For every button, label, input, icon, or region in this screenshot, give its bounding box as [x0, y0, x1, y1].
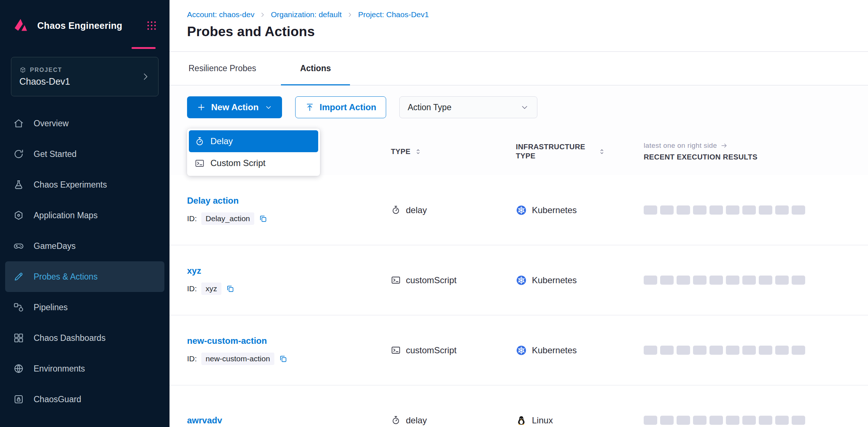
- column-header-type[interactable]: TYPE: [391, 147, 516, 156]
- sidebar-item-chaos-experiments[interactable]: Chaos Experiments: [0, 169, 170, 200]
- sidebar-item-chaosguard[interactable]: ChaosGuard: [0, 384, 170, 415]
- new-action-menu: DelayCustom Script: [187, 128, 320, 176]
- page-title: Probes and Actions: [187, 24, 850, 39]
- sidebar-item-label: Get Started: [34, 149, 77, 159]
- execution-result-placeholder: [677, 346, 690, 355]
- sidebar-item-label: Chaos Experiments: [34, 180, 107, 190]
- stopwatch-icon: [391, 205, 401, 215]
- sidebar-item-pipelines[interactable]: Pipelines: [0, 292, 170, 323]
- sidebar-item-probes-actions[interactable]: Probes & Actions: [5, 261, 164, 292]
- brand-title: Chaos Engineering: [37, 20, 138, 31]
- execution-result-placeholder: [709, 346, 723, 355]
- action-type-cell: delay: [391, 205, 516, 215]
- sidebar-header: Chaos Engineering: [0, 0, 170, 51]
- recent-executions-cell: [644, 276, 853, 285]
- new-action-button[interactable]: New Action: [187, 96, 282, 118]
- sidebar-item-overview[interactable]: Overview: [0, 108, 170, 139]
- sidebar-item-gamedays[interactable]: GameDays: [0, 231, 170, 261]
- infrastructure-cell: Kubernetes: [516, 275, 644, 286]
- recent-executions-cell: [644, 205, 853, 215]
- menu-item-custom-script[interactable]: Custom Script: [189, 152, 318, 174]
- execution-result-placeholder: [660, 276, 674, 285]
- chaos-logo-icon[interactable]: [12, 17, 29, 34]
- action-type-label: customScript: [406, 345, 457, 355]
- project-name: Chaos-Dev1: [19, 76, 70, 87]
- execution-result-placeholder: [726, 416, 739, 425]
- tab-actions[interactable]: Actions: [281, 52, 350, 85]
- terminal-icon: [195, 158, 205, 168]
- sidebar: Chaos Engineering PROJECT Chaos-Dev1 Ove…: [0, 0, 170, 427]
- execution-result-placeholder: [775, 416, 789, 425]
- menu-item-label: Custom Script: [210, 158, 266, 168]
- breadcrumb-link[interactable]: Project: Chaos-Dev1: [358, 10, 429, 19]
- execution-result-placeholder: [792, 276, 805, 285]
- execution-result-placeholder: [792, 416, 805, 425]
- breadcrumb: Account: chaos-devOrganization: defaultP…: [187, 10, 850, 19]
- results-note-label: latest one on right side: [644, 142, 717, 150]
- action-name-link[interactable]: xyz: [187, 266, 201, 276]
- terminal-icon: [391, 275, 401, 285]
- kubernetes-icon: [516, 345, 527, 356]
- tab-resilience-probes[interactable]: Resilience Probes: [170, 52, 275, 85]
- menu-item-delay[interactable]: Delay: [189, 130, 318, 152]
- toolbar: New Action Import Action Action Type: [170, 85, 868, 128]
- sidebar-item-chaos-dashboards[interactable]: Chaos Dashboards: [0, 323, 170, 353]
- execution-result-placeholder: [759, 416, 772, 425]
- execution-result-placeholder: [726, 346, 739, 355]
- action-name-cell: new-custom-actionID:new-custom-action: [187, 336, 391, 365]
- action-type-cell: delay: [391, 415, 516, 426]
- sidebar-item-label: Probes & Actions: [34, 272, 98, 282]
- copy-icon[interactable]: [226, 284, 235, 293]
- environment-icon: [13, 363, 24, 374]
- action-name-link[interactable]: Delay action: [187, 196, 239, 206]
- stopwatch-icon: [195, 136, 205, 146]
- infrastructure-label: Kubernetes: [532, 275, 577, 285]
- execution-result-placeholder: [644, 205, 657, 215]
- plus-icon: [197, 103, 206, 112]
- recent-executions-cell: [644, 416, 853, 425]
- column-header-infrastructure[interactable]: INFRASTRUCTURE TYPE: [516, 142, 644, 161]
- dashboard-icon: [13, 332, 24, 343]
- copy-icon[interactable]: [279, 354, 288, 363]
- execution-result-placeholder: [742, 346, 756, 355]
- breadcrumb-link[interactable]: Account: chaos-dev: [187, 10, 254, 19]
- execution-result-placeholder: [644, 276, 657, 285]
- execution-result-placeholder: [644, 346, 657, 355]
- execution-result-placeholder: [759, 276, 772, 285]
- action-type-label: delay: [406, 415, 427, 426]
- action-type-cell: customScript: [391, 345, 516, 355]
- sidebar-item-label: ChaosGuard: [34, 395, 81, 404]
- sidebar-item-application-maps[interactable]: Application Maps: [0, 200, 170, 231]
- execution-result-placeholder: [677, 416, 690, 425]
- sidebar-item-environments[interactable]: Environments: [0, 353, 170, 384]
- execution-result-placeholder: [644, 416, 657, 425]
- hexagon-icon: [13, 210, 24, 221]
- execution-result-placeholder: [693, 205, 707, 215]
- action-name-link[interactable]: awrvadv: [187, 415, 222, 426]
- column-header-results: latest one on right side RECENT EXECUTIO…: [644, 142, 853, 161]
- chevron-separator-icon: [347, 12, 353, 18]
- infrastructure-cell: Kubernetes: [516, 345, 644, 356]
- project-selector[interactable]: PROJECT Chaos-Dev1: [11, 57, 159, 96]
- execution-result-placeholder: [693, 276, 707, 285]
- action-name-cell: awrvadv: [187, 415, 391, 426]
- module-grid-icon[interactable]: [146, 20, 157, 31]
- infrastructure-header-label: INFRASTRUCTURE TYPE: [516, 142, 594, 161]
- execution-result-placeholder: [759, 346, 772, 355]
- sidebar-item-get-started[interactable]: Get Started: [0, 139, 170, 169]
- execution-result-placeholder: [660, 205, 674, 215]
- action-name-cell: xyzID:xyz: [187, 266, 391, 295]
- pipeline-icon: [13, 302, 24, 313]
- flask-icon: [13, 179, 24, 190]
- action-type-filter[interactable]: Action Type: [399, 96, 537, 118]
- breadcrumb-link[interactable]: Organization: default: [271, 10, 342, 19]
- type-header-label: TYPE: [391, 147, 411, 156]
- import-action-button[interactable]: Import Action: [295, 96, 386, 118]
- action-name-link[interactable]: new-custom-action: [187, 336, 267, 346]
- execution-result-placeholder: [693, 346, 707, 355]
- copy-icon[interactable]: [259, 214, 267, 223]
- execution-result-placeholder: [726, 276, 739, 285]
- terminal-icon: [391, 345, 401, 355]
- results-note: latest one on right side: [644, 142, 853, 150]
- action-row: new-custom-actionID:new-custom-actioncus…: [170, 315, 868, 385]
